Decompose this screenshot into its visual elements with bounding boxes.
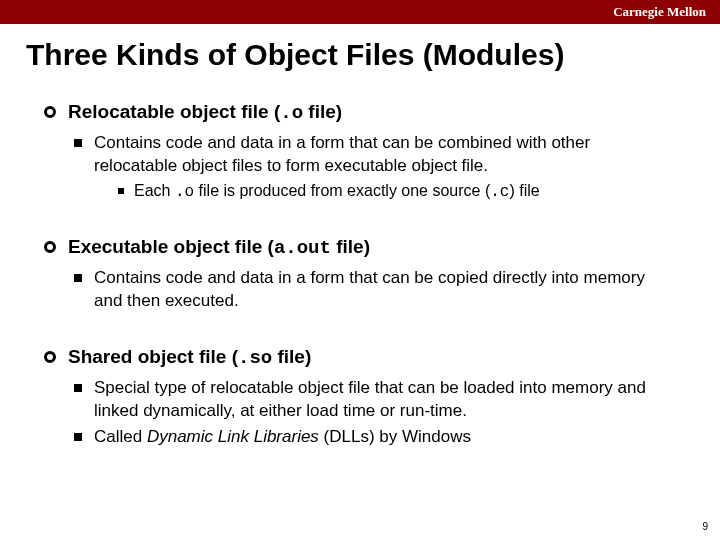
heading-part: Shared object file ( xyxy=(68,346,238,367)
section-heading: Executable object file (a.out file) xyxy=(68,235,370,261)
slide-title: Three Kinds of Object Files (Modules) xyxy=(0,24,720,80)
heading-part: file) xyxy=(331,236,370,257)
square-bullet-small-icon xyxy=(118,188,124,194)
body-text: Special type of relocatable object file … xyxy=(94,377,676,423)
heading-code: .so xyxy=(238,347,272,369)
content-area: Relocatable object file (.o file) Contai… xyxy=(0,80,720,449)
list-item: Contains code and data in a form that ca… xyxy=(74,267,676,313)
list-item: Shared object file (.so file) Special ty… xyxy=(44,345,676,450)
list-item: Each .o file is produced from exactly on… xyxy=(118,180,676,204)
list-item: Executable object file (a.out file) Cont… xyxy=(44,235,676,313)
slide: Carnegie Mellon Three Kinds of Object Fi… xyxy=(0,0,720,540)
heading-part: Relocatable object file ( xyxy=(68,101,280,122)
body-text: Contains code and data in a form that ca… xyxy=(94,267,676,313)
body-text: Called Dynamic Link Libraries (DLLs) by … xyxy=(94,426,471,449)
heading-code: a.out xyxy=(274,237,331,259)
page-number: 9 xyxy=(702,521,708,532)
code-text: .o xyxy=(175,183,194,201)
body-text: Each .o file is produced from exactly on… xyxy=(134,180,540,204)
top-banner: Carnegie Mellon xyxy=(0,0,720,24)
text-part: Called xyxy=(94,427,147,446)
list-item: Called Dynamic Link Libraries (DLLs) by … xyxy=(74,426,676,449)
heading-part: file) xyxy=(272,346,311,367)
italic-text: Dynamic Link Libraries xyxy=(147,427,319,446)
square-bullet-icon xyxy=(74,274,82,282)
square-bullet-icon xyxy=(74,433,82,441)
donut-bullet-icon xyxy=(44,351,56,363)
list-item: Contains code and data in a form that ca… xyxy=(74,132,676,203)
sub-list: Contains code and data in a form that ca… xyxy=(74,132,676,203)
heading-part: Executable object file ( xyxy=(68,236,274,257)
list-item: Relocatable object file (.o file) Contai… xyxy=(44,100,676,203)
text-part: Each xyxy=(134,182,175,199)
code-text: .c xyxy=(490,183,509,201)
heading-code: .o xyxy=(280,102,303,124)
sub-sub-list: Each .o file is produced from exactly on… xyxy=(118,180,676,204)
org-label: Carnegie Mellon xyxy=(613,4,706,20)
sub-list: Contains code and data in a form that ca… xyxy=(74,267,676,313)
text-part: ) file xyxy=(509,182,539,199)
donut-bullet-icon xyxy=(44,106,56,118)
square-bullet-icon xyxy=(74,139,82,147)
section-heading: Shared object file (.so file) xyxy=(68,345,311,371)
body-text: Contains code and data in a form that ca… xyxy=(94,133,590,175)
list-item: Special type of relocatable object file … xyxy=(74,377,676,423)
sub-list: Special type of relocatable object file … xyxy=(74,377,676,450)
donut-bullet-icon xyxy=(44,241,56,253)
text-part: file is produced from exactly one source… xyxy=(194,182,490,199)
square-bullet-icon xyxy=(74,384,82,392)
text-part: (DLLs) by Windows xyxy=(319,427,471,446)
section-heading: Relocatable object file (.o file) xyxy=(68,100,342,126)
heading-part: file) xyxy=(303,101,342,122)
